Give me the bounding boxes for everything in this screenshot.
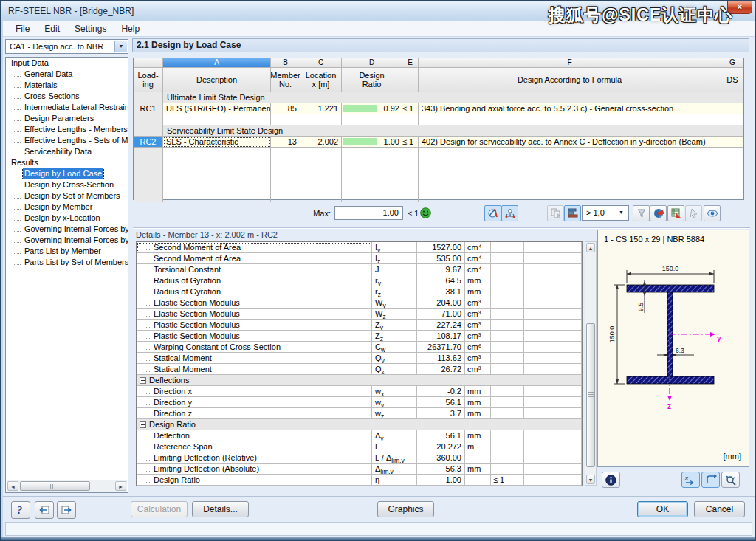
ratio-bars-button[interactable] bbox=[564, 205, 581, 221]
detail-label-cell[interactable]: Reference Span bbox=[137, 441, 372, 452]
tree-item-effective-lengths-sets-of-members[interactable]: Effective Lengths - Sets of Members bbox=[6, 135, 128, 146]
detail-label-cell[interactable]: Second Moment of Area bbox=[137, 253, 372, 264]
ok-button[interactable]: OK bbox=[637, 501, 688, 517]
detail-label-cell[interactable]: Second Moment of Area bbox=[137, 242, 372, 253]
details-row[interactable]: Radius of Gyrationry64.5mm bbox=[137, 275, 582, 286]
details-vscrollbar[interactable]: ▲ ▼ bbox=[585, 241, 597, 486]
copy-rows-button[interactable] bbox=[547, 205, 564, 221]
details-row[interactable]: Torsional ConstantJ9.67cm⁴ bbox=[137, 264, 582, 275]
detail-label-cell[interactable]: Statical Moment bbox=[137, 353, 372, 364]
result-diagram-button[interactable] bbox=[484, 205, 501, 221]
detail-label-cell[interactable]: Direction y bbox=[137, 397, 372, 408]
scroll-left-icon[interactable]: ◄ bbox=[7, 481, 18, 491]
chevron-down-icon[interactable]: ▼ bbox=[615, 207, 628, 218]
chevron-down-icon[interactable]: ▼ bbox=[114, 41, 127, 52]
tree-item-design-by-cross-section[interactable]: Design by Cross-Section bbox=[6, 179, 128, 190]
details-row[interactable]: Radius of Gyrationrz38.1mm bbox=[137, 286, 582, 297]
details-row[interactable]: Direction ywy56.1mm bbox=[137, 397, 582, 408]
details-row[interactable]: Plastic Section ModulusZy227.24cm³ bbox=[137, 320, 582, 331]
view-mode-button[interactable] bbox=[704, 205, 721, 221]
detail-label-cell[interactable]: Limiting Deflection (Absolute) bbox=[137, 464, 372, 475]
tree-item-design-by-load-case[interactable]: Design by Load Case bbox=[6, 168, 128, 179]
tree-item-cross-sections[interactable]: Cross-Sections bbox=[6, 91, 128, 102]
column-letter-G[interactable]: G bbox=[721, 58, 743, 68]
detail-label-cell[interactable]: Elastic Section Modulus bbox=[137, 309, 372, 320]
detail-label-cell[interactable]: Elastic Section Modulus bbox=[137, 297, 372, 309]
calculation-button[interactable]: Calculation bbox=[131, 501, 188, 517]
tree-item-governing-internal-forces-by-member[interactable]: Governing Internal Forces by Member bbox=[6, 224, 128, 235]
menu-settings[interactable]: Settings bbox=[68, 22, 113, 35]
detail-label-cell[interactable]: Statical Moment bbox=[137, 364, 372, 375]
jump-next-table-button[interactable] bbox=[57, 501, 76, 519]
menu-file[interactable]: File bbox=[9, 22, 36, 35]
scroll-down-icon[interactable]: ▼ bbox=[586, 475, 595, 484]
detail-label-cell[interactable]: Direction x bbox=[137, 386, 372, 397]
section-x-axis-button[interactable]: x bbox=[681, 472, 700, 488]
details-row[interactable]: Elastic Section ModulusWz71.00cm³ bbox=[137, 309, 582, 320]
result-table-row[interactable]: RC1ULS (STR/GEO) - Permanent851.2210.92≤… bbox=[134, 103, 743, 114]
tree-item-design-parameters[interactable]: Design Parameters bbox=[6, 113, 128, 124]
tree-item-design-by-x-location[interactable]: Design by x-Location bbox=[6, 213, 128, 224]
scrollbar-thumb[interactable] bbox=[586, 323, 595, 467]
detail-label-cell[interactable]: Warping Constant of Cross-Section bbox=[137, 342, 372, 353]
case-select[interactable]: CA1 - Design acc. to NBR ▼ bbox=[5, 39, 128, 54]
details-row[interactable]: Direction xwx-0.2mm bbox=[137, 386, 582, 397]
column-letter-A[interactable]: A bbox=[163, 58, 271, 68]
loading-cell[interactable]: RC1 bbox=[134, 103, 163, 114]
scrollbar-thumb[interactable] bbox=[20, 481, 90, 491]
jump-previous-table-button[interactable] bbox=[35, 501, 54, 519]
zoom-section-button[interactable] bbox=[721, 472, 740, 488]
navigator-hscrollbar[interactable]: ◄ ► bbox=[7, 480, 127, 492]
details-row[interactable]: Warping Constant of Cross-SectionCw26371… bbox=[137, 342, 582, 353]
details-row[interactable]: Limiting Deflection (Absolute)Δlim,y56.3… bbox=[137, 464, 582, 475]
result-table-row[interactable]: RC2SLS - Characteristic132.0021.00≤ 1402… bbox=[134, 137, 743, 148]
column-letter-C[interactable]: C bbox=[300, 58, 342, 68]
column-letter-E[interactable]: E bbox=[402, 58, 419, 68]
tree-item-design-by-member[interactable]: Design by Member bbox=[6, 201, 128, 213]
cancel-button[interactable]: Cancel bbox=[694, 501, 745, 517]
detail-label-cell[interactable]: Deflection bbox=[137, 430, 372, 441]
collapse-icon[interactable] bbox=[140, 421, 146, 428]
tree-item-intermediate-lateral-restraints[interactable]: Intermediate Lateral Restraints bbox=[6, 102, 128, 113]
details-group-row[interactable]: Design Ratio bbox=[137, 419, 582, 430]
details-row[interactable]: Design Ratioη1.00≤ 1 bbox=[137, 475, 582, 486]
group-label[interactable]: Deflections bbox=[137, 375, 582, 386]
details-row[interactable]: Direction zwz3.7mm bbox=[137, 408, 582, 419]
detail-label-cell[interactable]: Plastic Section Modulus bbox=[137, 320, 372, 331]
filter-button[interactable] bbox=[633, 205, 650, 221]
loading-cell[interactable]: RC2 bbox=[134, 137, 163, 148]
details-group-row[interactable]: Deflections bbox=[137, 375, 582, 386]
menu-help[interactable]: Help bbox=[114, 22, 146, 35]
scroll-right-icon[interactable]: ► bbox=[115, 481, 126, 491]
tree-item-parts-list-by-member[interactable]: Parts List by Member bbox=[6, 246, 128, 257]
detail-label-cell[interactable]: Torsional Constant bbox=[137, 264, 372, 275]
info-button[interactable] bbox=[602, 472, 620, 488]
tree-item-materials[interactable]: Materials bbox=[6, 80, 128, 91]
details-row[interactable]: Reference SpanL20.272m bbox=[137, 441, 582, 452]
tree-item-design-by-set-of-members[interactable]: Design by Set of Members bbox=[6, 190, 128, 201]
graphics-button[interactable]: Graphics bbox=[377, 501, 434, 517]
tree-item-governing-internal-forces-by-set-of-members[interactable]: Governing Internal Forces by Set of Memb… bbox=[6, 235, 128, 246]
scroll-up-icon[interactable]: ▲ bbox=[586, 243, 595, 252]
excel-export-button[interactable] bbox=[667, 205, 684, 221]
detail-label-cell[interactable]: Radius of Gyration bbox=[137, 275, 372, 286]
tree-item-effective-lengths-members[interactable]: Effective Lengths - Members bbox=[6, 124, 128, 135]
details-row[interactable]: Statical MomentQz26.72cm³ bbox=[137, 364, 582, 375]
tree-item-general-data[interactable]: General Data bbox=[6, 69, 128, 80]
rotate-section-button[interactable] bbox=[701, 472, 720, 488]
group-label[interactable]: Design Ratio bbox=[137, 419, 582, 430]
details-row[interactable]: Second Moment of AreaIz535.00cm⁴ bbox=[137, 253, 582, 264]
details-row[interactable]: Elastic Section ModulusWy204.00cm³ bbox=[137, 297, 582, 309]
column-letter-D[interactable]: D bbox=[342, 58, 402, 68]
detail-label-cell[interactable]: Limiting Deflection (Relative) bbox=[137, 452, 372, 464]
pick-row-button[interactable] bbox=[685, 205, 702, 221]
details-row[interactable]: Statical MomentQy113.62cm³ bbox=[137, 353, 582, 364]
details-row[interactable]: DeflectionΔy56.1mm bbox=[137, 430, 582, 441]
menu-edit[interactable]: Edit bbox=[38, 22, 66, 35]
tree-item-serviceability-data[interactable]: Serviceability Data bbox=[6, 146, 128, 157]
help-button[interactable]: ? bbox=[11, 501, 30, 519]
details-row[interactable]: Limiting Deflection (Relative)L / Δlim,y… bbox=[137, 452, 582, 464]
detail-label-cell[interactable]: Radius of Gyration bbox=[137, 286, 372, 297]
detail-label-cell[interactable]: Direction z bbox=[137, 408, 372, 419]
collapse-icon[interactable] bbox=[140, 377, 146, 384]
